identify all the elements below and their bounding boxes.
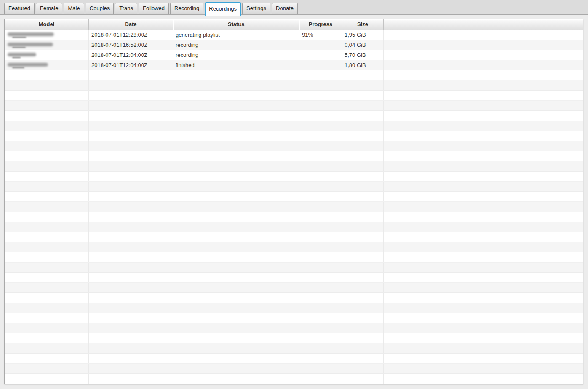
column-header-progress[interactable]: Progress [299,19,342,30]
cell-empty [5,303,89,313]
cell-empty [173,202,299,212]
empty-row [5,111,583,121]
empty-row [5,283,583,293]
tab-trans[interactable]: Trans [115,3,137,14]
tab-donate[interactable]: Donate [272,3,298,14]
cell-empty [173,222,299,232]
cell-empty [342,192,384,201]
tab-featured[interactable]: Featured [4,3,35,14]
cell-empty [5,323,89,333]
cell-empty [89,273,173,282]
cell-empty [89,303,173,313]
cell-empty [342,273,384,282]
cell-status: recording [173,40,299,50]
cell-empty [173,121,299,131]
cell-empty [89,161,173,171]
cell-empty [299,192,342,201]
cell-empty [5,283,89,292]
cell-empty [342,374,384,384]
cell-empty [342,70,384,80]
cell-empty [89,242,173,252]
cell-filler [384,333,583,343]
tab-followed[interactable]: Followed [139,3,169,14]
cell-empty [173,313,299,323]
cell-empty [299,313,342,323]
cell-empty [173,354,299,363]
tab-recording[interactable]: Recording [170,3,203,14]
tab-recordings[interactable]: Recordings [205,2,241,16]
cell-empty [342,323,384,333]
column-header-size[interactable]: Size [342,19,384,30]
cell-empty [173,172,299,181]
cell-date: 2018-07-01T12:04:00Z [89,50,173,60]
cell-empty [173,232,299,242]
cell-empty [89,263,173,272]
cell-filler [384,242,583,252]
tab-female[interactable]: Female [36,3,62,14]
cell-empty [89,151,173,161]
cell-empty [5,242,89,252]
column-header-model[interactable]: Model [5,19,89,30]
blur-blob [8,63,48,67]
cell-empty [342,80,384,90]
cell-filler [384,151,583,161]
cell-empty [173,364,299,373]
empty-row [5,80,583,91]
cell-empty [342,131,384,141]
cell-empty [342,283,384,292]
cell-empty [342,354,384,363]
cell-empty [342,182,384,191]
column-header-filler[interactable] [384,19,583,30]
cell-empty [299,121,342,131]
tab-male[interactable]: Male [64,3,84,14]
cell-empty [89,101,173,110]
blur-blob-dash [12,37,26,38]
column-header-status[interactable]: Status [173,19,299,30]
blur-blob-dash [12,47,26,48]
cell-filler [384,101,583,110]
cell-filler [384,202,583,212]
empty-row [5,242,583,252]
empty-row [5,263,583,273]
cell-empty [173,101,299,110]
empty-row [5,202,583,212]
cell-empty [173,333,299,343]
cell-empty [5,161,89,171]
cell-empty [89,182,173,191]
column-header-date[interactable]: Date [89,19,173,30]
cell-size: 0,04 GiB [342,40,384,50]
cell-empty [5,141,89,151]
cell-empty [89,91,173,100]
cell-empty [299,172,342,181]
cell-empty [299,141,342,151]
recording-row[interactable]: 2018-07-01T16:52:00Zrecording0,04 GiB [5,40,583,50]
cell-empty [173,303,299,313]
cell-empty [342,91,384,100]
cell-empty [299,283,342,292]
cell-empty [299,263,342,272]
blur-blob-dash [12,67,24,68]
empty-row [5,192,583,202]
cell-empty [299,273,342,282]
cell-empty [342,101,384,110]
cell-filler [384,293,583,303]
cell-filler [384,121,583,131]
recording-row[interactable]: 2018-07-01T12:28:00Zgenerating playlist9… [5,30,583,40]
cell-empty [89,232,173,242]
blur-blob-dash [12,57,21,58]
empty-row [5,364,583,374]
content-area: ModelDateStatusProgressSize 2018-07-01T1… [0,15,588,388]
empty-row [5,343,583,354]
empty-row [5,273,583,283]
empty-row [5,333,583,343]
cell-empty [89,323,173,333]
tab-settings[interactable]: Settings [242,3,270,14]
cell-empty [5,111,89,121]
recording-row[interactable]: 2018-07-01T12:04:00Zrecording5,70 GiB [5,50,583,60]
empty-row [5,91,583,101]
recording-row[interactable]: 2018-07-01T12:04:00Zfinished1,80 GiB [5,60,583,70]
cell-empty [342,111,384,121]
cell-empty [5,91,89,100]
cell-empty [5,343,89,353]
tab-couples[interactable]: Couples [86,3,114,14]
